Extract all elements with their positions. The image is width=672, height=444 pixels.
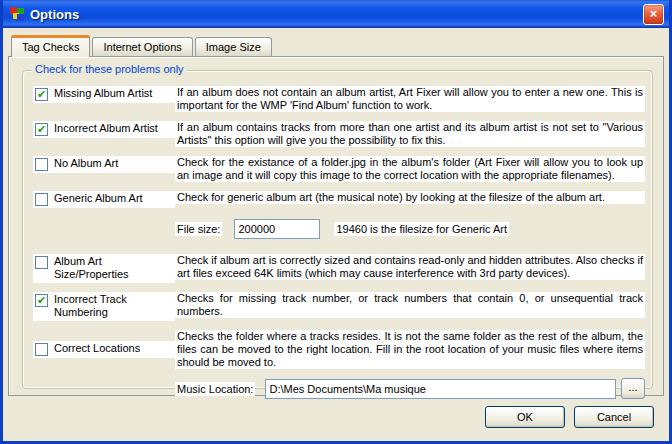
checkbox-missing-album-artist[interactable]: ✔ Missing Album Artist <box>33 86 175 103</box>
check-description: If an album contains tracks from more th… <box>175 121 645 147</box>
check-description: Check if album art is correctly sized an… <box>175 254 645 280</box>
checkbox-icon[interactable] <box>35 193 48 206</box>
tab-tag-checks[interactable]: Tag Checks <box>11 35 90 57</box>
checkbox-label[interactable]: Generic Album Art <box>54 192 143 205</box>
music-location-input[interactable] <box>265 379 616 399</box>
window-title: Options <box>30 7 643 22</box>
check-description: Check for the existance of a folder.jpg … <box>175 156 645 182</box>
tab-image-size[interactable]: Image Size <box>195 37 272 56</box>
checkbox-correct-locations[interactable]: Correct Locations <box>33 341 175 358</box>
checkbox-label[interactable]: Missing Album Artist <box>54 87 152 100</box>
tab-page-tag-checks: Check for these problems only ✔ Missing … <box>8 56 664 396</box>
file-size-input[interactable] <box>234 219 320 239</box>
checkbox-icon[interactable]: ✔ <box>35 294 48 307</box>
check-description: Checks for missing track number, or trac… <box>175 292 645 318</box>
checkbox-icon[interactable]: ✔ <box>35 123 48 136</box>
checkbox-generic-album-art[interactable]: Generic Album Art <box>33 191 175 208</box>
checkbox-icon[interactable]: ✔ <box>35 88 48 101</box>
check-description: Check for generic album art (the musical… <box>175 191 645 204</box>
options-dialog: Options × Tag Checks Internet Options Im… <box>0 0 672 444</box>
file-size-row: File size: 19460 is the filesize for Gen… <box>175 219 645 239</box>
tab-internet-options[interactable]: Internet Options <box>92 37 192 56</box>
checkbox-label[interactable]: Correct Locations <box>54 342 140 355</box>
checkbox-icon[interactable] <box>35 256 48 269</box>
check-row-missing-album-artist: ✔ Missing Album Artist If an album does … <box>33 86 645 112</box>
ok-button[interactable]: OK <box>485 406 565 428</box>
music-location-label: Music Location: <box>175 382 255 396</box>
cancel-button[interactable]: Cancel <box>574 406 654 428</box>
groupbox-title: Check for these problems only <box>32 63 187 75</box>
file-size-note: 19460 is the filesize for Generic Art <box>334 222 509 236</box>
checkbox-label[interactable]: No Album Art <box>54 157 118 170</box>
checkbox-label[interactable]: Incorrect Album Artist <box>54 122 158 135</box>
check-row-incorrect-album-artist: ✔ Incorrect Album Artist If an album con… <box>33 121 645 147</box>
check-row-album-art-size: Album Art Size/Properties Check if album… <box>33 254 645 283</box>
problems-groupbox: Check for these problems only ✔ Missing … <box>22 70 653 389</box>
checkbox-label[interactable]: Album Art Size/Properties <box>54 255 173 281</box>
check-description: If an album does not contain an album ar… <box>175 86 645 112</box>
checkbox-album-art-size-properties[interactable]: Album Art Size/Properties <box>33 254 175 283</box>
checkbox-incorrect-track-numbering[interactable]: ✔ Incorrect Track Numbering <box>33 292 175 321</box>
checkbox-no-album-art[interactable]: No Album Art <box>33 156 175 173</box>
tab-strip: Tag Checks Internet Options Image Size <box>11 34 664 56</box>
title-bar: Options × <box>3 0 669 28</box>
checkbox-label[interactable]: Incorrect Track Numbering <box>54 293 140 319</box>
check-row-no-album-art: No Album Art Check for the existance of … <box>33 156 645 182</box>
check-description: Checks the folder where a tracks resides… <box>175 330 645 369</box>
music-location-row: Music Location: ... <box>175 378 645 399</box>
dialog-footer: OK Cancel <box>8 396 664 428</box>
app-icon <box>9 6 25 22</box>
file-size-label: File size: <box>175 222 222 236</box>
check-row-correct-locations: Correct Locations Checks the folder wher… <box>33 330 645 369</box>
close-icon[interactable]: × <box>643 4 664 25</box>
check-row-incorrect-track-numbering: ✔ Incorrect Track Numbering Checks for m… <box>33 292 645 321</box>
checkbox-icon[interactable] <box>35 343 48 356</box>
check-row-generic-album-art: Generic Album Art Check for generic albu… <box>33 191 645 208</box>
checkbox-incorrect-album-artist[interactable]: ✔ Incorrect Album Artist <box>33 121 175 138</box>
browse-button[interactable]: ... <box>621 378 645 399</box>
checkbox-icon[interactable] <box>35 158 48 171</box>
